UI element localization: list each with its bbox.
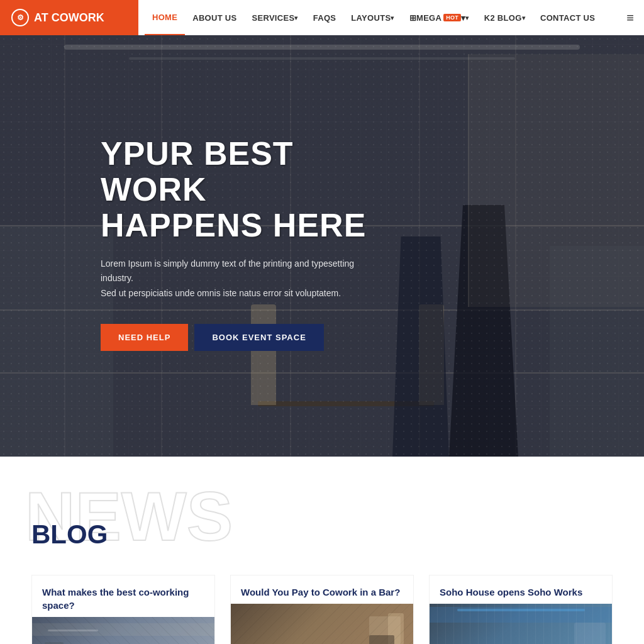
nav-link-services[interactable]: SERVICES	[245, 0, 306, 35]
nav-link-mega[interactable]: ⊞ MEGA HOT ▾	[402, 0, 477, 35]
office-image-3	[430, 604, 612, 644]
blog-card-2-title: Would You Pay to Cowork in a Bar?	[231, 575, 413, 604]
img-beam	[457, 609, 585, 611]
desk-surface	[258, 401, 434, 406]
blog-card-3-image	[430, 604, 612, 644]
hero-buttons: NEED HELP BOOK EVENT SPACE	[101, 324, 377, 351]
nav-item-mega[interactable]: ⊞ MEGA HOT ▾	[402, 0, 477, 35]
nav-item-about[interactable]: ABOUT US	[185, 0, 244, 35]
blog-section-title: BLOG	[31, 494, 613, 550]
nav-item-k2blog[interactable]: K2 BLOG	[477, 0, 533, 35]
nav-item-layouts[interactable]: LAYOUTS	[343, 0, 401, 35]
logo[interactable]: ⚙ AT COWORK	[0, 0, 138, 35]
need-help-button[interactable]: NEED HELP	[101, 324, 188, 351]
nav-item-home[interactable]: HOME	[145, 0, 185, 35]
nav-link-contact[interactable]: CONTACT US	[533, 0, 602, 35]
nav-link-layouts[interactable]: LAYOUTS	[343, 0, 401, 35]
blog-section: NEWS BLOG What makes the best co-working…	[0, 457, 644, 644]
img-ceiling-beam	[430, 607, 612, 623]
navbar: ⚙ AT COWORK HOME ABOUT US SERVICES FAQS …	[0, 0, 644, 35]
logo-text: AT COWORK	[34, 11, 104, 25]
desk-line-3	[0, 372, 644, 374]
hero-subtitle: Lorem Ipsum is simply dummy text of the …	[101, 257, 365, 301]
chevron-down-icon: ▾	[461, 13, 465, 23]
img-bottle	[388, 613, 404, 644]
img-ceiling	[32, 623, 214, 636]
book-event-button[interactable]: BOOK EVENT SPACE	[194, 324, 323, 351]
blog-cards-grid: What makes the best co-working space? Wo…	[31, 575, 613, 644]
nav-item-faqs[interactable]: FAQS	[306, 0, 344, 35]
logo-icon: ⚙	[11, 9, 29, 26]
mega-icon: ⊞	[409, 13, 416, 23]
img-stool	[369, 635, 394, 644]
hot-badge: HOT	[443, 14, 461, 21]
blog-card-2[interactable]: Would You Pay to Cowork in a Bar?	[230, 575, 414, 644]
decor-line-5	[515, 35, 516, 457]
blog-card-3-title: Soho House opens Soho Works	[430, 575, 612, 604]
person-silhouette-1	[449, 205, 518, 457]
img-window	[574, 623, 606, 644]
blog-card-2-image	[231, 604, 413, 644]
hero-section: YPUR BEST WORK HAPPENS HERE Lorem Ipsum …	[0, 35, 644, 457]
blog-card-1-title: What makes the best co-working space?	[32, 575, 214, 617]
blog-card-1-image	[32, 617, 214, 644]
nav-link-about[interactable]: ABOUT US	[185, 0, 244, 35]
img-element-line	[48, 630, 98, 631]
blog-card-1[interactable]: What makes the best co-working space?	[31, 575, 215, 644]
hamburger-button[interactable]: ≡	[616, 11, 644, 25]
desk-leg-2	[419, 304, 444, 405]
hero-content: YPUR BEST WORK HAPPENS HERE Lorem Ipsum …	[0, 35, 377, 351]
office-image-1	[32, 617, 214, 644]
blog-card-3[interactable]: Soho House opens Soho Works	[429, 575, 613, 644]
hero-title: YPUR BEST WORK HAPPENS HERE	[101, 136, 377, 244]
nav-item-contact[interactable]: CONTACT US	[533, 0, 602, 35]
bg-partition-2	[550, 246, 644, 457]
nav-links: HOME ABOUT US SERVICES FAQS LAYOUTS ⊞ ME…	[138, 0, 616, 35]
bg-shelf	[468, 54, 644, 307]
blog-header: NEWS BLOG	[31, 494, 613, 550]
office-image-2	[231, 604, 413, 644]
person-silhouette-2	[392, 236, 449, 457]
nav-link-faqs[interactable]: FAQS	[306, 0, 344, 35]
nav-link-k2blog[interactable]: K2 BLOG	[477, 0, 533, 35]
nav-link-home[interactable]: HOME	[145, 0, 185, 35]
decor-line-4	[419, 35, 420, 457]
nav-item-services[interactable]: SERVICES	[245, 0, 306, 35]
